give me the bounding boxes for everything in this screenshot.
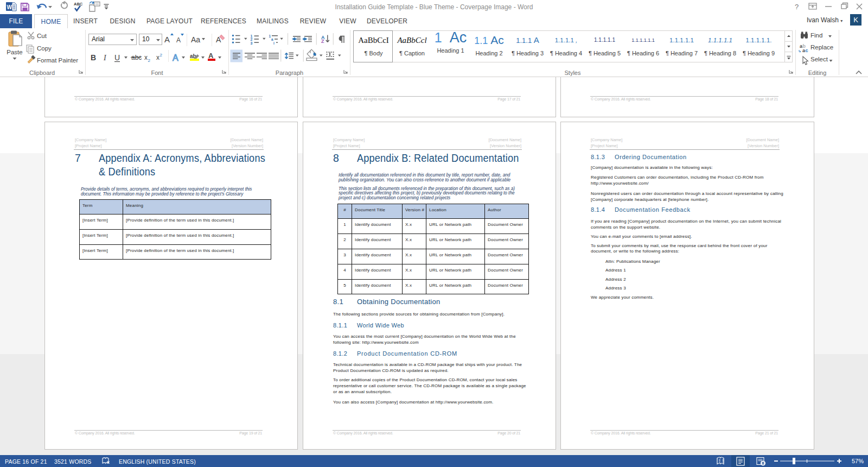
- svg-text:i: i: [273, 41, 275, 45]
- svg-text:Aa: Aa: [191, 35, 200, 44]
- svg-text:W: W: [7, 4, 12, 10]
- svg-text:Z: Z: [321, 39, 324, 44]
- svg-text:57%: 57%: [852, 458, 864, 464]
- svg-text:ABC: ABC: [74, 2, 83, 7]
- svg-text:3: 3: [251, 41, 253, 45]
- svg-text:c: c: [806, 48, 808, 53]
- svg-text:A: A: [173, 53, 178, 62]
- svg-text:B: B: [91, 53, 96, 62]
- svg-text:A: A: [176, 36, 181, 44]
- svg-text:A: A: [208, 52, 214, 60]
- svg-text:I: I: [103, 54, 107, 62]
- svg-text:U: U: [114, 53, 120, 62]
- svg-text:2: 2: [160, 53, 163, 58]
- svg-text:x: x: [144, 54, 148, 61]
- svg-text:2: 2: [148, 58, 151, 63]
- svg-text:?: ?: [795, 3, 799, 11]
- svg-text:A: A: [164, 35, 170, 44]
- svg-text:x: x: [156, 54, 159, 61]
- svg-text:1: 1: [269, 34, 271, 38]
